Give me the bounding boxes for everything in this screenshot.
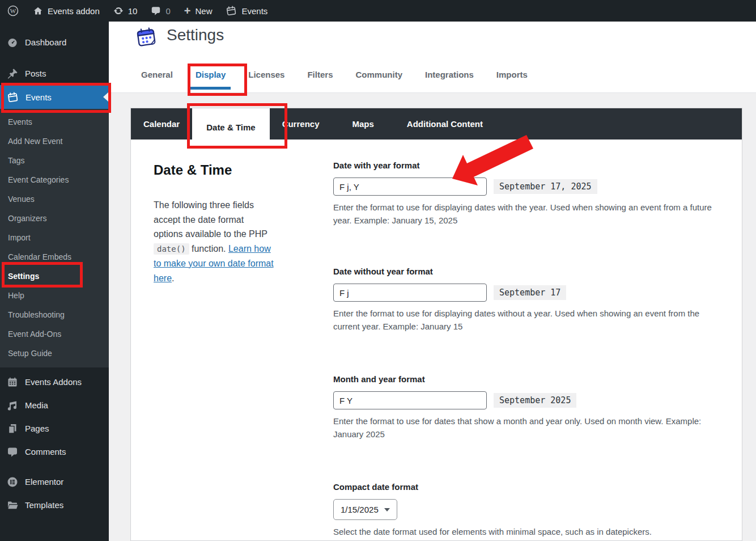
field-group-compact-date: Compact date format 1/15/2025 Select the… bbox=[333, 482, 730, 538]
format-preview-badge: September 17 bbox=[494, 285, 566, 300]
submenu-item-troubleshooting[interactable]: Troubleshooting bbox=[0, 305, 109, 324]
updates-indicator[interactable]: 10 bbox=[107, 0, 145, 22]
sidebar-item-dashboard[interactable]: Dashboard bbox=[0, 31, 109, 54]
submenu-label: Organizers bbox=[8, 214, 46, 223]
submenu-item-events[interactable]: Events bbox=[0, 112, 109, 132]
sidebar-item-label: Posts bbox=[25, 69, 46, 78]
tab-imports[interactable]: Imports bbox=[496, 69, 528, 81]
admin-sidebar: Dashboard Posts Events Events Add New Ev… bbox=[0, 22, 109, 541]
wordpress-logo-icon: W bbox=[7, 5, 19, 17]
section-intro: The following three fields accept the da… bbox=[154, 198, 274, 285]
comment-bubble-icon bbox=[151, 6, 161, 16]
topbar-events-link[interactable]: Events bbox=[219, 0, 274, 22]
field-label: Date without year format bbox=[333, 267, 730, 276]
format-preview-badge: September 2025 bbox=[494, 393, 576, 408]
field-description: Enter the format to use for displaying d… bbox=[333, 307, 712, 333]
field-label: Month and year format bbox=[333, 374, 730, 384]
events-calendar-icon bbox=[7, 91, 19, 103]
wordpress-menu-button[interactable]: W bbox=[0, 0, 26, 22]
sidebar-item-posts[interactable]: Posts bbox=[0, 62, 109, 85]
admin-top-bar: W Events addon 10 0 + New bbox=[0, 0, 756, 22]
site-home-link[interactable]: Events addon bbox=[26, 0, 107, 22]
format-preview-badge: September 17, 2025 bbox=[494, 179, 597, 194]
sidebar-item-label: Pages bbox=[25, 424, 49, 433]
submenu-label: Add New Event bbox=[8, 137, 63, 146]
dashboard-icon bbox=[7, 37, 18, 48]
date-time-settings-content: Date & Time The following three fields a… bbox=[131, 108, 742, 540]
sidebar-item-label: Dashboard bbox=[25, 37, 66, 47]
submenu-label: Events bbox=[8, 117, 32, 126]
updates-icon bbox=[113, 6, 124, 16]
elementor-icon bbox=[7, 476, 18, 488]
sidebar-item-label: Templates bbox=[25, 500, 63, 510]
page-title: Settings bbox=[167, 26, 224, 44]
field-description: Select the date format used for elements… bbox=[333, 525, 712, 538]
submenu-label: Event Add-Ons bbox=[8, 329, 61, 339]
field-group-month-year: Month and year format September 2025 Ent… bbox=[333, 374, 730, 441]
submenu-item-venues[interactable]: Venues bbox=[0, 189, 109, 209]
field-description: Enter the format to use for dates that s… bbox=[333, 415, 712, 441]
comments-indicator[interactable]: 0 bbox=[144, 0, 177, 22]
field-group-date-without-year: Date without year format September 17 En… bbox=[333, 267, 730, 333]
sidebar-item-label: Events Addons bbox=[25, 377, 82, 387]
submenu-item-event-categories[interactable]: Event Categories bbox=[0, 170, 109, 189]
music-note-icon bbox=[7, 400, 18, 411]
sidebar-item-media[interactable]: Media bbox=[0, 394, 109, 417]
submenu-item-settings[interactable]: Settings bbox=[0, 267, 109, 286]
settings-calendar-icon bbox=[134, 25, 159, 50]
section-heading: Date & Time bbox=[154, 162, 232, 178]
sidebar-item-label: Comments bbox=[25, 447, 66, 457]
plus-icon: + bbox=[184, 6, 191, 16]
submenu-item-calendar-embeds[interactable]: Calendar Embeds bbox=[0, 247, 109, 267]
sidebar-item-elementor[interactable]: Elementor bbox=[0, 470, 109, 493]
submenu-item-import[interactable]: Import bbox=[0, 228, 109, 247]
date-without-year-format-input[interactable] bbox=[333, 284, 487, 302]
sidebar-item-pages[interactable]: Pages bbox=[0, 417, 109, 440]
submenu-item-help[interactable]: Help bbox=[0, 286, 109, 305]
tab-display[interactable]: Display bbox=[196, 69, 226, 81]
submenu-label: Settings bbox=[8, 272, 39, 281]
submenu-label: Calendar Embeds bbox=[8, 252, 71, 261]
settings-tab-bar: General Display Licenses Filters Communi… bbox=[141, 69, 528, 81]
submenu-label: Venues bbox=[8, 195, 35, 204]
pushpin-icon bbox=[7, 68, 18, 79]
tab-integrations[interactable]: Integrations bbox=[425, 69, 474, 81]
date-with-year-format-input[interactable] bbox=[333, 177, 487, 196]
new-content-button[interactable]: + New bbox=[177, 0, 219, 22]
compact-date-format-select[interactable]: 1/15/2025 bbox=[333, 499, 397, 520]
pages-icon bbox=[7, 423, 18, 434]
tab-filters[interactable]: Filters bbox=[307, 69, 333, 81]
tab-general[interactable]: General bbox=[141, 69, 173, 81]
selected-option: 1/15/2025 bbox=[341, 505, 379, 514]
comment-bubble-icon bbox=[7, 446, 18, 458]
settings-page-header: Settings General Display Licenses Filter… bbox=[109, 22, 756, 93]
calendar-grid-icon bbox=[7, 377, 18, 388]
svg-text:W: W bbox=[10, 7, 16, 14]
sidebar-item-events-addons[interactable]: Events Addons bbox=[0, 370, 109, 394]
sidebar-item-comments[interactable]: Comments bbox=[0, 440, 109, 463]
submenu-item-add-new-event[interactable]: Add New Event bbox=[0, 132, 109, 151]
tab-licenses[interactable]: Licenses bbox=[248, 69, 284, 81]
sidebar-item-templates[interactable]: Templates bbox=[0, 493, 109, 517]
submenu-label: Setup Guide bbox=[8, 349, 52, 358]
submenu-item-organizers[interactable]: Organizers bbox=[0, 209, 109, 228]
submenu-item-event-add-ons[interactable]: Event Add-Ons bbox=[0, 324, 109, 344]
calendar-icon bbox=[226, 5, 237, 16]
field-label: Date with year format bbox=[333, 160, 730, 170]
intro-text: function. bbox=[189, 244, 226, 253]
tab-community[interactable]: Community bbox=[355, 69, 402, 81]
folder-icon bbox=[7, 500, 18, 511]
submenu-item-tags[interactable]: Tags bbox=[0, 151, 109, 170]
comments-count: 0 bbox=[165, 6, 170, 16]
php-date-code: date() bbox=[154, 243, 189, 255]
field-description: Enter the format to use for displaying d… bbox=[333, 201, 712, 227]
display-settings-panel: Calendar Date & Time Currency Maps Addit… bbox=[130, 108, 742, 541]
sidebar-item-events[interactable]: Events bbox=[0, 85, 109, 109]
submenu-item-setup-guide[interactable]: Setup Guide bbox=[0, 344, 109, 363]
new-label: New bbox=[195, 6, 212, 16]
month-year-format-input[interactable] bbox=[333, 391, 487, 409]
subtab-date-and-time[interactable]: Date & Time bbox=[192, 108, 269, 146]
field-group-date-with-year: Date with year format September 17, 2025… bbox=[333, 160, 730, 227]
events-submenu: Events Add New Event Tags Event Categori… bbox=[0, 109, 109, 367]
submenu-label: Help bbox=[8, 291, 24, 300]
